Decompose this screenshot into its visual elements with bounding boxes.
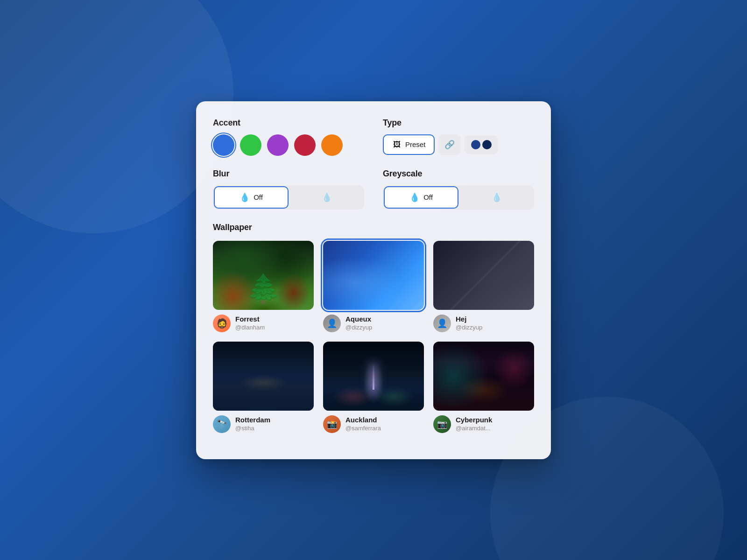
wallpaper-info-forrest: 🧔 Forrest @dlanham — [213, 315, 314, 332]
wallpaper-info-hej: 👤 Hej @dizzyup — [433, 315, 534, 332]
link-icon: 🔗 — [444, 140, 455, 150]
accent-purple-button[interactable] — [267, 134, 289, 156]
greyscale-off-icon: 💧 — [409, 192, 420, 203]
greyscale-toggle-row: 💧 Off 💧 — [383, 185, 534, 210]
accent-label: Accent — [213, 118, 364, 128]
avatar-dlanham: 🧔 — [213, 315, 231, 332]
wallpaper-author-hej: @dizzyup — [456, 324, 482, 332]
wallpaper-thumb-rotterdam — [213, 342, 314, 411]
blur-label: Blur — [213, 169, 364, 179]
wallpaper-thumb-cyberpunk — [433, 342, 534, 411]
wallpaper-item-rotterdam[interactable]: 🔭 Rotterdam @stiha — [213, 342, 314, 433]
blur-off-button[interactable]: 💧 Off — [214, 186, 289, 209]
wallpaper-thumb-forrest — [213, 241, 314, 310]
accent-green-button[interactable] — [240, 134, 261, 156]
blur-off-label: Off — [254, 193, 263, 201]
greyscale-off-label: Off — [423, 193, 433, 201]
avatar-dizzyup-hej: 👤 — [433, 315, 451, 332]
wallpaper-item-auckland[interactable]: 📸 Auckland @samferrara — [323, 342, 424, 433]
wallpaper-author-rotterdam: @stiha — [235, 425, 270, 433]
wallpaper-meta-aqueux: Aqueux @dizzyup — [345, 315, 372, 331]
wallpaper-item-hej[interactable]: 👤 Hej @dizzyup — [433, 241, 534, 332]
wallpaper-info-cyberpunk: 📷 Cyberpunk @airamdat... — [433, 415, 534, 433]
accent-blue-button[interactable] — [213, 134, 234, 156]
wallpaper-meta-rotterdam: Rotterdam @stiha — [235, 415, 270, 432]
type-dots-button[interactable] — [465, 135, 498, 154]
wallpaper-label: Wallpaper — [213, 223, 534, 232]
dot-darker — [482, 140, 492, 149]
blur-greyscale-row: Blur 💧 Off 💧 Greyscale 💧 Off 💧 — [213, 169, 534, 210]
accent-color-row — [213, 134, 364, 156]
wallpaper-name-rotterdam: Rotterdam — [235, 415, 270, 425]
dot-dark — [471, 140, 480, 149]
wallpaper-name-auckland: Auckland — [345, 415, 381, 425]
wallpaper-thumb-hej — [433, 241, 534, 310]
type-button-row: 🖼 Preset 🔗 — [383, 134, 534, 155]
wallpaper-name-aqueux: Aqueux — [345, 315, 372, 324]
wallpaper-meta-cyberpunk: Cyberpunk @airamdat... — [456, 415, 492, 432]
type-label: Type — [383, 118, 534, 128]
wallpaper-author-auckland: @samferrara — [345, 425, 381, 433]
wallpaper-thumb-auckland — [323, 342, 424, 411]
accent-type-row: Accent Type 🖼 Preset 🔗 — [213, 118, 534, 156]
greyscale-on-button[interactable]: 💧 — [459, 185, 534, 210]
wallpaper-item-aqueux[interactable]: 👤 Aqueux @dizzyup — [323, 241, 424, 332]
type-preset-button[interactable]: 🖼 Preset — [383, 134, 435, 155]
wallpaper-author-forrest: @dlanham — [235, 324, 265, 332]
wallpaper-name-cyberpunk: Cyberpunk — [456, 415, 492, 425]
wallpaper-grid: 🧔 Forrest @dlanham 👤 Aqueux @dizzyup — [213, 241, 534, 442]
wallpaper-name-forrest: Forrest — [235, 315, 265, 324]
wallpaper-section: Wallpaper 🧔 Forrest @dlanham 👤 — [213, 223, 534, 442]
type-section: Type 🖼 Preset 🔗 — [383, 118, 534, 156]
wallpaper-thumb-aqueux — [323, 241, 424, 310]
wallpaper-info-rotterdam: 🔭 Rotterdam @stiha — [213, 415, 314, 433]
accent-section: Accent — [213, 118, 364, 156]
greyscale-off-button[interactable]: 💧 Off — [384, 186, 458, 209]
wallpaper-meta-auckland: Auckland @samferrara — [345, 415, 381, 432]
greyscale-on-icon: 💧 — [492, 192, 502, 203]
wallpaper-item-cyberpunk[interactable]: 📷 Cyberpunk @airamdat... — [433, 342, 534, 433]
blur-off-icon: 💧 — [240, 192, 250, 203]
preset-label: Preset — [405, 140, 425, 148]
wallpaper-info-auckland: 📸 Auckland @samferrara — [323, 415, 424, 433]
wallpaper-name-hej: Hej — [456, 315, 482, 324]
avatar-airamdat: 📷 — [433, 415, 451, 433]
blur-toggle-row: 💧 Off 💧 — [213, 185, 364, 210]
blur-section: Blur 💧 Off 💧 — [213, 169, 364, 210]
accent-red-button[interactable] — [294, 134, 316, 156]
avatar-dizzyup-aqueux: 👤 — [323, 315, 341, 332]
greyscale-label: Greyscale — [383, 169, 534, 179]
wallpaper-author-aqueux: @dizzyup — [345, 324, 372, 332]
wallpaper-meta-forrest: Forrest @dlanham — [235, 315, 265, 331]
greyscale-section: Greyscale 💧 Off 💧 — [383, 169, 534, 210]
settings-panel: Accent Type 🖼 Preset 🔗 — [196, 101, 551, 459]
wallpaper-info-aqueux: 👤 Aqueux @dizzyup — [323, 315, 424, 332]
blur-on-button[interactable]: 💧 — [289, 185, 364, 210]
avatar-stiha: 🔭 — [213, 415, 231, 433]
type-link-button[interactable]: 🔗 — [438, 134, 461, 155]
preset-icon: 🖼 — [392, 140, 402, 149]
wallpaper-meta-hej: Hej @dizzyup — [456, 315, 482, 331]
wallpaper-item-forrest[interactable]: 🧔 Forrest @dlanham — [213, 241, 314, 332]
wallpaper-author-cyberpunk: @airamdat... — [456, 425, 492, 433]
accent-orange-button[interactable] — [321, 134, 343, 156]
blur-on-icon: 💧 — [322, 192, 332, 203]
avatar-samferrara: 📸 — [323, 415, 341, 433]
